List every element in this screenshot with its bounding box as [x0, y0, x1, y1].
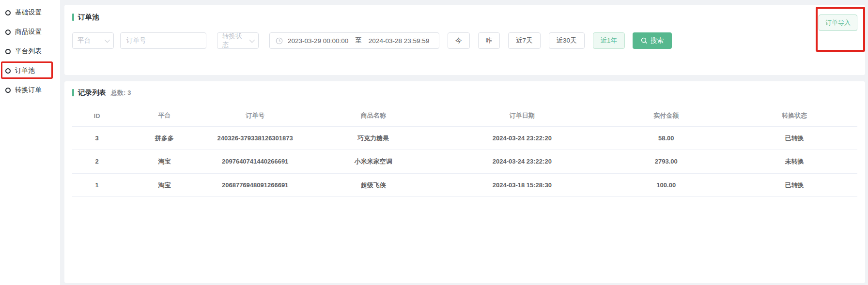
quick-range-button-1[interactable]: 昨 — [478, 32, 500, 49]
cell-platform: 淘宝 — [122, 173, 207, 196]
cell-order-no: 2068776948091266691 — [207, 173, 303, 196]
record-total-value: 3 — [127, 89, 131, 96]
sidebar-item-order-pool[interactable]: 订单池 — [0, 61, 60, 80]
main-content: 订单池 平台 订单号 转换状态 2023-0 — [64, 0, 865, 285]
column-header: 商品名称 — [303, 105, 444, 127]
record-list-panel: 记录列表 总数: 3 ID平台订单号商品名称订单日期实付金额转换状态 3拼多多2… — [64, 81, 865, 283]
sidebar-item-product-settings[interactable]: 商品设置 — [0, 22, 60, 42]
column-header: 转换状态 — [732, 105, 857, 127]
cell-paid-amount: 2793.00 — [601, 150, 732, 173]
order-import-button[interactable]: 订单导入 — [819, 15, 857, 31]
circle-icon — [5, 68, 11, 74]
cell-convert-status: 已转换 — [732, 127, 857, 150]
convert-status-select[interactable]: 转换状态 — [217, 32, 259, 49]
cell-convert-status: 已转换 — [732, 173, 857, 196]
page-title: 订单池 — [78, 13, 99, 22]
date-range-end: 2024-03-28 23:59:59 — [369, 37, 429, 45]
sidebar-item-label: 平台列表 — [15, 47, 42, 56]
convert-status-placeholder: 转换状态 — [222, 32, 247, 49]
search-icon — [641, 37, 648, 44]
sidebar-item-label: 订单池 — [15, 66, 35, 75]
cell-paid-amount: 58.00 — [601, 127, 732, 150]
table-row: 2淘宝2097640741440266691小米米家空调2024-03-24 2… — [72, 150, 857, 173]
column-header: 订单号 — [207, 105, 303, 127]
column-header: 平台 — [122, 105, 207, 127]
column-header: 实付金额 — [601, 105, 732, 127]
circle-icon — [5, 49, 11, 54]
search-button-label: 搜索 — [651, 36, 664, 45]
search-button[interactable]: 搜索 — [633, 32, 672, 49]
sidebar-menu: 基础设置商品设置平台列表订单池转换订单 — [0, 3, 60, 100]
sidebar-item-platform-list[interactable]: 平台列表 — [0, 42, 60, 61]
chevron-down-icon — [105, 37, 110, 43]
record-list-title: 记录列表 — [78, 88, 106, 97]
circle-icon — [5, 88, 11, 93]
platform-select-placeholder: 平台 — [78, 36, 91, 45]
record-total-label: 总数: — [111, 89, 125, 97]
cell-product: 小米米家空调 — [303, 150, 444, 173]
sidebar-item-label: 转换订单 — [15, 86, 42, 94]
quick-range-button-3[interactable]: 近30天 — [549, 32, 585, 49]
column-header: 订单日期 — [444, 105, 601, 127]
cell-id: 3 — [72, 127, 122, 150]
cell-convert-status: 未转换 — [732, 150, 857, 173]
cell-product: 巧克力糖果 — [303, 127, 444, 150]
cell-order-date: 2024-03-24 23:22:20 — [444, 127, 601, 150]
chevron-down-icon — [249, 37, 255, 43]
records-table: ID平台订单号商品名称订单日期实付金额转换状态 3拼多多240326-37933… — [72, 105, 857, 197]
table-row: 1淘宝2068776948091266691超级飞侠2024-03-18 15:… — [72, 173, 857, 196]
sidebar-item-label: 基础设置 — [15, 8, 42, 17]
quick-range-button-4[interactable]: 近1年 — [593, 32, 625, 49]
records-header-row: ID平台订单号商品名称订单日期实付金额转换状态 — [72, 105, 857, 127]
order-pool-panel: 订单池 平台 订单号 转换状态 2023-0 — [64, 5, 865, 75]
platform-select[interactable]: 平台 — [72, 32, 114, 49]
panel-title-row: 订单池 — [72, 13, 857, 22]
cell-platform: 拼多多 — [122, 127, 207, 150]
cell-order-date: 2024-03-18 15:28:30 — [444, 173, 601, 196]
column-header: ID — [72, 105, 122, 127]
cell-product: 超级飞侠 — [303, 173, 444, 196]
title-accent-bar — [72, 89, 74, 96]
title-accent-bar — [72, 14, 74, 21]
sidebar-item-convert-order[interactable]: 转换订单 — [0, 80, 60, 100]
cell-order-no: 240326-379338126301873 — [207, 127, 303, 150]
records-body: 3拼多多240326-379338126301873巧克力糖果2024-03-2… — [72, 127, 857, 197]
filter-toolbar: 平台 订单号 转换状态 2023-03-29 00:00:00 至 20 — [72, 32, 857, 49]
records-table-wrap: ID平台订单号商品名称订单日期实付金额转换状态 3拼多多240326-37933… — [72, 105, 857, 197]
cell-paid-amount: 100.00 — [601, 173, 732, 196]
order-no-input[interactable]: 订单号 — [120, 32, 206, 49]
cell-order-no: 2097640741440266691 — [207, 150, 303, 173]
circle-icon — [5, 10, 11, 15]
clock-icon — [276, 37, 283, 45]
table-row: 3拼多多240326-379338126301873巧克力糖果2024-03-2… — [72, 127, 857, 150]
quick-range-buttons: 今昨近7天近30天近1年 — [439, 32, 625, 49]
quick-range-button-0[interactable]: 今 — [448, 32, 470, 49]
sidebar-item-basic-settings[interactable]: 基础设置 — [0, 3, 60, 22]
circle-icon — [5, 30, 11, 35]
cell-platform: 淘宝 — [122, 150, 207, 173]
date-range-separator: 至 — [355, 36, 362, 45]
app-screen: 基础设置商品设置平台列表订单池转换订单 订单池 平台 订单号 转换状态 — [0, 0, 868, 285]
cell-order-date: 2024-03-24 23:22:20 — [444, 150, 601, 173]
cell-id: 2 — [72, 150, 122, 173]
cell-id: 1 — [72, 173, 122, 196]
sidebar-item-label: 商品设置 — [15, 28, 42, 36]
record-list-title-row: 记录列表 总数: 3 — [72, 88, 857, 97]
quick-range-button-2[interactable]: 近7天 — [508, 32, 541, 49]
sidebar: 基础设置商品设置平台列表订单池转换订单 — [0, 0, 60, 285]
date-range-start: 2023-03-29 00:00:00 — [288, 37, 348, 45]
order-no-placeholder: 订单号 — [126, 36, 146, 45]
date-range-picker[interactable]: 2023-03-29 00:00:00 至 2024-03-28 23:59:5… — [269, 32, 439, 49]
